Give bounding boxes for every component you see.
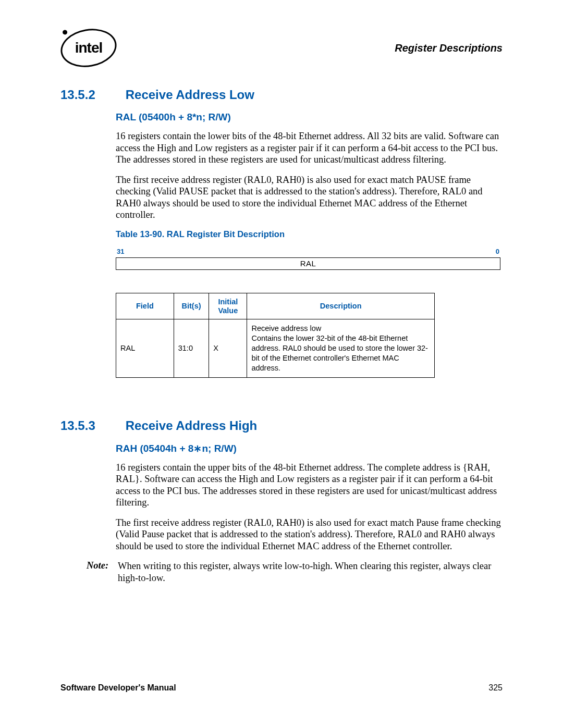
cell-bits: 31:0 [174,319,209,377]
note-text: When writing to this register, always wr… [118,560,503,584]
register-subheading-rah: RAH (05404h + 8∗n; R/W) [116,442,503,454]
th-description: Description [247,293,435,319]
para: 16 registers contain the upper bits of t… [116,462,503,509]
ral-register-table: Field Bit(s) Initial Value Description R… [116,293,435,378]
th-field: Field [116,293,174,319]
section-number: 13.5.2 [60,88,95,102]
table-row: RAL 31:0 X Receive address lowContains t… [116,319,435,377]
th-initial-value: Initial Value [209,293,247,319]
table-caption: Table 13-90. RAL Register Bit Descriptio… [116,229,503,239]
page-footer: Software Developer's Manual 325 [60,683,503,693]
section-title: Receive Address Low [126,88,254,102]
table-header-row: Field Bit(s) Initial Value Description [116,293,435,319]
note: Note: When writing to this register, alw… [60,560,503,584]
bit-hi: 31 [117,248,124,255]
register-subheading-ral: RAL (05400h + 8*n; R/W) [116,112,503,123]
para: 16 registers contain the lower bits of t… [116,130,503,166]
footer-page-number: 325 [488,683,503,693]
cell-initial-value: X [209,319,247,377]
footer-doc-title: Software Developer's Manual [60,683,176,693]
bit-layout: 31 0 RAL [116,248,500,270]
section-heading-1352: 13.5.2 Receive Address Low [60,88,503,102]
page-header: intel Register Descriptions [60,29,503,67]
cell-field: RAL [116,319,174,377]
para: The first receive address register (RAL0… [116,174,503,221]
intel-logo: intel [60,29,117,67]
section-title: Receive Address High [126,418,258,433]
bit-lo: 0 [496,248,499,255]
cell-description: Receive address lowContains the lower 32… [247,319,435,377]
th-bits: Bit(s) [174,293,209,319]
section-number: 13.5.3 [60,418,95,433]
intel-logo-text: intel [60,29,117,67]
bit-field-label: RAL [116,257,500,270]
section-heading-1353: 13.5.3 Receive Address High [60,418,503,433]
note-label: Note: [87,560,118,584]
header-title: Register Descriptions [395,42,503,54]
para: The first receive address register (RAL0… [116,517,503,552]
